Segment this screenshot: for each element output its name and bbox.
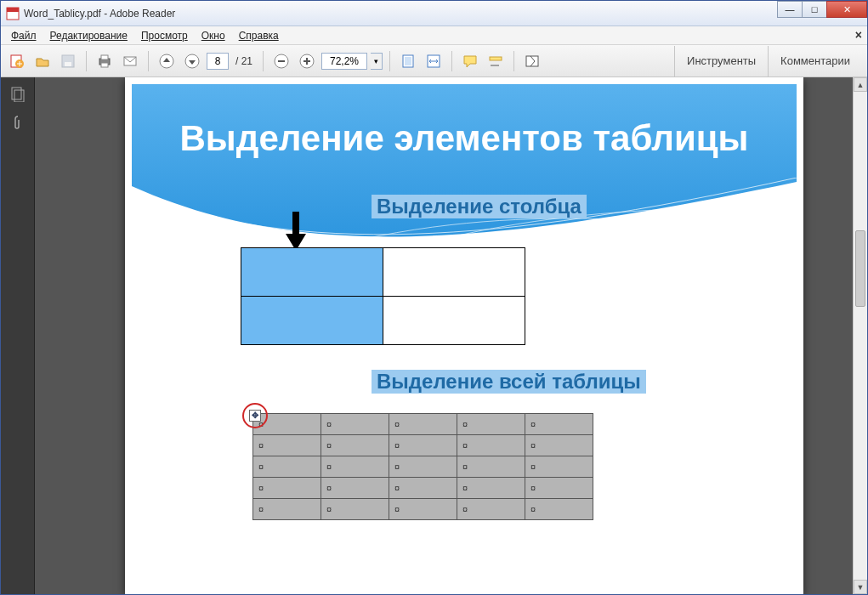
table-cell: ¤ [321, 478, 389, 499]
table-cell: ¤ [321, 435, 389, 456]
thumbnails-icon[interactable] [8, 84, 28, 105]
comments-panel-button[interactable]: Комментарии [768, 46, 862, 76]
menu-doc-close-icon[interactable]: × [855, 28, 862, 42]
menu-edit[interactable]: Редактирование [43, 28, 134, 43]
toolbar-separator [86, 51, 87, 71]
save-icon[interactable] [57, 50, 79, 72]
minimize-button[interactable]: — [777, 1, 803, 18]
zoom-out-icon[interactable] [270, 50, 292, 72]
table-cell: ¤ [253, 499, 321, 520]
table-cell: ¤ [321, 499, 389, 520]
table-cell: ¤ [457, 414, 525, 435]
toolbar-separator [263, 51, 264, 71]
vertical-scrollbar[interactable]: ▲ ▼ [853, 77, 867, 594]
navigation-pane [1, 77, 35, 594]
table-cell: ¤ [457, 456, 525, 478]
zoom-in-icon[interactable] [296, 50, 318, 72]
toolbar-separator [513, 51, 514, 71]
toolbar-separator [451, 51, 452, 71]
svg-rect-8 [101, 63, 108, 67]
open-icon[interactable] [31, 50, 54, 72]
table-move-handle-icon: ✥ [249, 410, 261, 422]
svg-rect-18 [405, 57, 411, 65]
page-up-icon[interactable] [156, 50, 178, 72]
fit-width-icon[interactable] [423, 50, 445, 72]
svg-rect-24 [292, 212, 299, 235]
menu-view[interactable]: Просмотр [134, 28, 195, 43]
slide-title: Выделение элементов таблицы [132, 118, 797, 159]
zoom-dropdown-icon[interactable]: ▾ [371, 53, 383, 70]
maximize-button[interactable]: □ [802, 1, 827, 18]
table-cell: ¤ [525, 456, 593, 478]
example-table-column-select [241, 247, 525, 345]
example-table-full-select-wrap: ✥ ¤¤¤¤¤ ¤¤¤¤¤ ¤¤¤¤¤ ¤¤¤¤¤ ¤¤¤¤¤ [252, 413, 593, 520]
toolbar: / 21 ▾ Инструменты Комментарии [1, 45, 867, 77]
menu-help[interactable]: Справка [232, 28, 286, 43]
table-cell: ¤ [253, 456, 321, 478]
table-cell: ¤ [457, 435, 525, 456]
selected-cell [241, 248, 383, 297]
read-mode-icon[interactable] [521, 50, 543, 72]
table-cell: ¤ [525, 478, 593, 499]
attachments-icon[interactable] [8, 113, 28, 133]
tools-panel-button[interactable]: Инструменты [674, 46, 768, 76]
highlight-icon[interactable] [485, 50, 507, 72]
svg-rect-20 [490, 57, 502, 60]
close-button[interactable]: ✕ [826, 1, 867, 18]
table-cell [383, 248, 525, 297]
menu-bar: Файл Редактирование Просмотр Окно Справк… [1, 26, 867, 45]
table-cell: ¤ [253, 435, 321, 456]
window-title: Word_Tablicy.pdf - Adobe Reader [24, 8, 862, 20]
svg-rect-23 [14, 90, 24, 102]
example-table-full-select: ¤¤¤¤¤ ¤¤¤¤¤ ¤¤¤¤¤ ¤¤¤¤¤ ¤¤¤¤¤ [252, 413, 593, 520]
toolbar-right: Инструменты Комментарии [674, 46, 862, 76]
page-down-icon[interactable] [181, 50, 203, 72]
slide-header: Выделение элементов таблицы [132, 84, 797, 254]
scroll-thumb[interactable] [855, 230, 865, 307]
table-cell: ¤ [525, 499, 593, 520]
window-controls: — □ ✕ [778, 1, 867, 18]
table-cell: ¤ [525, 435, 593, 456]
app-pdf-icon [6, 7, 20, 20]
title-bar: Word_Tablicy.pdf - Adobe Reader — □ ✕ [1, 1, 867, 26]
menu-file[interactable]: Файл [4, 28, 43, 43]
table-cell [383, 297, 525, 345]
svg-rect-5 [65, 62, 71, 66]
subtitle-select-column: Выделение столбца [372, 195, 587, 218]
comment-icon[interactable] [459, 50, 481, 72]
page-number-input[interactable] [207, 53, 229, 70]
page-total-label: / 21 [232, 55, 256, 67]
zoom-input[interactable] [321, 53, 367, 70]
scroll-up-icon[interactable]: ▲ [854, 77, 867, 92]
table-cell: ¤ [389, 499, 457, 520]
scroll-down-icon[interactable]: ▼ [854, 580, 867, 594]
app-window: Word_Tablicy.pdf - Adobe Reader — □ ✕ Фа… [0, 0, 868, 595]
svg-rect-1 [7, 8, 19, 12]
svg-rect-22 [12, 88, 21, 99]
svg-rect-13 [278, 60, 285, 62]
subtitle-select-table: Выделение всей таблицы [372, 370, 646, 394]
svg-rect-7 [101, 55, 108, 60]
email-icon[interactable] [119, 50, 141, 72]
down-arrow-icon [285, 212, 307, 252]
table-cell: ¤ [321, 414, 389, 435]
content-area: Выделение элементов таблицы Выделение ст… [1, 77, 867, 594]
pdf-page: Выделение элементов таблицы Выделение ст… [125, 77, 803, 594]
fit-page-icon[interactable] [397, 50, 419, 72]
table-cell: ¤ [389, 414, 457, 435]
print-icon[interactable] [94, 50, 116, 72]
table-cell: ¤ [457, 478, 525, 499]
table-cell: ¤ [389, 435, 457, 456]
table-cell: ¤ [457, 499, 525, 520]
toolbar-separator [389, 51, 390, 71]
table-cell: ¤ [525, 414, 593, 435]
table-cell: ¤ [389, 478, 457, 499]
menu-window[interactable]: Окно [195, 28, 232, 43]
toolbar-separator [148, 51, 149, 71]
document-viewer[interactable]: Выделение элементов таблицы Выделение ст… [35, 77, 867, 594]
export-pdf-icon[interactable] [6, 50, 28, 72]
table-cell: ¤ [389, 456, 457, 478]
table-cell: ¤ [253, 478, 321, 499]
selected-cell [241, 297, 383, 345]
table-cell: ¤ [321, 456, 389, 478]
